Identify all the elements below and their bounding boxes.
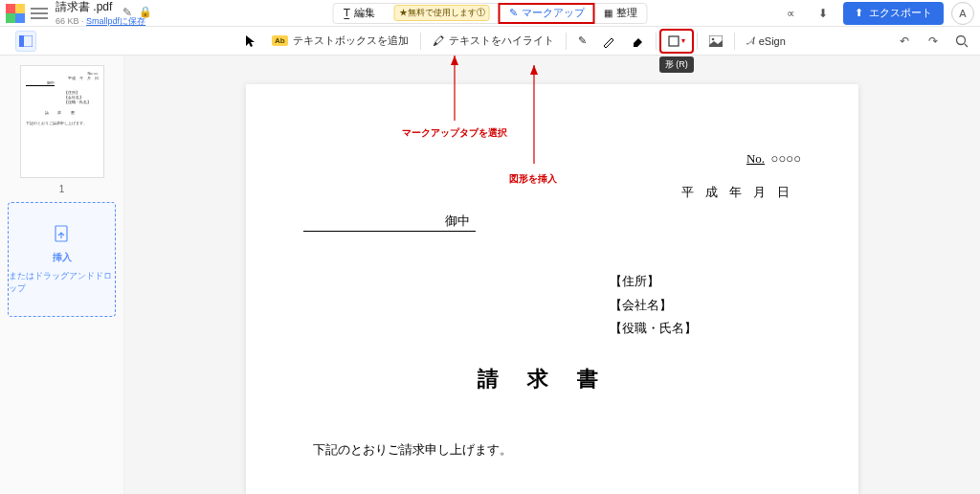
menu-icon[interactable] (31, 8, 48, 19)
separator (734, 33, 735, 50)
svg-rect-1 (19, 35, 24, 47)
pen-tool[interactable]: ✎ (570, 30, 594, 53)
document-page: No. ○○○○ 平成年月日 御中 【住所】 【会社名】 【役職・氏名】 請求書… (246, 84, 858, 494)
svg-rect-2 (669, 36, 679, 46)
doc-lead: 下記のとおりご請求申し上げます。 (303, 441, 801, 459)
separator (420, 33, 421, 50)
save-to-link[interactable]: Smallpdfに保存 (86, 16, 145, 26)
highlight-tool[interactable]: 🖍 テキストをハイライト (425, 30, 562, 53)
insert-file-icon (52, 224, 73, 245)
svg-point-5 (957, 35, 966, 44)
shape-tool[interactable]: ▾ 形 (R) (660, 30, 693, 53)
brand-logo (6, 4, 25, 23)
share-icon[interactable]: ∝ (778, 3, 803, 24)
doc-number: No. ○○○○ (303, 151, 801, 167)
sign-icon: 𝓐 (746, 34, 754, 47)
doc-date: 平成年月日 (303, 184, 801, 201)
pen-tool-icon: ✎ (578, 34, 587, 47)
grid-icon: ▦ (604, 8, 612, 18)
svg-point-4 (711, 37, 714, 40)
insert-dropzone[interactable]: 挿入 またはドラッグアンドドロップ (8, 202, 116, 317)
highlight-icon: 🖍 (433, 34, 444, 48)
separator (656, 33, 657, 50)
header-actions: ∝ ⬇ ⬆エクスポート A (778, 2, 974, 25)
redo-button[interactable]: ↷ (921, 31, 946, 52)
promo-badge[interactable]: ★無料で使用します① (385, 4, 500, 23)
sidebar-toggle-icon (15, 31, 36, 52)
separator (566, 33, 567, 50)
cursor-tool[interactable] (237, 30, 264, 53)
chevron-down-icon: ▾ (681, 36, 685, 45)
insert-title: 挿入 (53, 251, 72, 264)
markup-toolbar: Ab テキストボックスを追加 🖍 テキストをハイライト ✎ ▾ 形 (R) 𝓐 … (0, 27, 980, 56)
marker-icon (602, 34, 615, 48)
tab-organize[interactable]: ▦整理 (594, 4, 647, 23)
sender-block: 【住所】 【会社名】 【役職・氏名】 (610, 270, 801, 341)
page-sidebar: No.○○ 平成 年 月 日 御中 【住所】【会社名】【役職・氏名】 請 求 書… (0, 56, 124, 494)
marker-tool[interactable] (594, 30, 623, 53)
toolbar-right: ↶ ↷ (892, 31, 974, 52)
pen-icon[interactable]: ✎ (122, 6, 132, 19)
search-button[interactable] (949, 31, 974, 52)
rectangle-icon (668, 35, 679, 47)
mode-segments: T̲編集 ★無料で使用します① ✎マークアップ ▦整理 (333, 3, 648, 24)
export-button[interactable]: ⬆エクスポート (843, 2, 944, 25)
textbox-icon: Ab (272, 35, 288, 46)
upload-icon: ⬆ (855, 7, 863, 19)
doc-title: 請求書 (303, 365, 801, 393)
download-icon[interactable]: ⬇ (811, 3, 835, 24)
page-number: 1 (8, 184, 116, 194)
svg-line-6 (965, 44, 968, 47)
svg-marker-11 (530, 65, 538, 75)
textbox-tool[interactable]: Ab テキストボックスを追加 (264, 30, 416, 53)
account-avatar[interactable]: A (951, 2, 974, 25)
insert-subtitle: またはドラッグアンドドロップ (9, 270, 115, 295)
tab-markup[interactable]: ✎マークアップ (500, 4, 594, 23)
search-icon (955, 34, 969, 48)
cursor-icon (245, 34, 256, 48)
image-icon (709, 35, 723, 47)
main-area: No.○○ 平成 年 月 日 御中 【住所】【会社名】【役職・氏名】 請 求 書… (0, 56, 980, 494)
panel-toggle[interactable] (15, 31, 36, 52)
app-header: 請求書 .pdf 66 KB · Smallpdfに保存 ✎ 🔒 T̲編集 ★無… (0, 0, 980, 27)
tab-edit[interactable]: T̲編集 (334, 4, 385, 23)
undo-button[interactable]: ↶ (892, 31, 917, 52)
eraser-tool[interactable] (623, 30, 652, 53)
eraser-icon (631, 35, 644, 47)
image-tool[interactable] (702, 30, 730, 53)
pencil-icon: ✎ (509, 7, 518, 19)
esign-tool[interactable]: 𝓐 eSign (739, 30, 793, 53)
separator (697, 33, 698, 50)
document-viewport[interactable]: マークアップタブを選択 図形を挿入 No. ○○○○ 平成年月日 御中 【住所】… (124, 56, 980, 494)
svg-marker-9 (451, 56, 458, 65)
lock-icon: 🔒 (139, 6, 152, 18)
page-thumbnail[interactable]: No.○○ 平成 年 月 日 御中 【住所】【会社名】【役職・氏名】 請 求 書… (20, 65, 104, 178)
recipient-line: 御中 (303, 213, 476, 232)
